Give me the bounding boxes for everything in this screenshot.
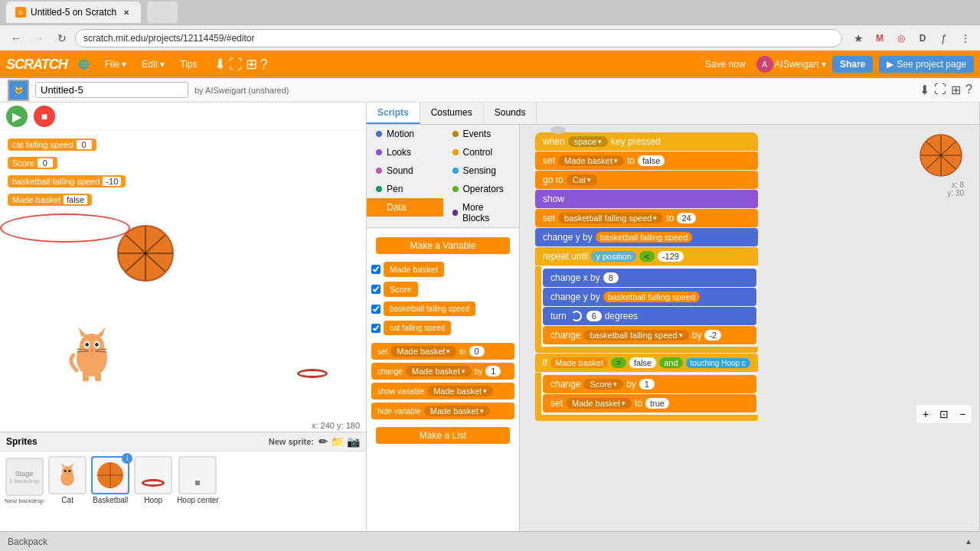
ext-icon2[interactable]: D (914, 30, 931, 47)
category-motion[interactable]: Motion (367, 125, 443, 143)
category-more-blocks[interactable]: More Blocks (443, 198, 520, 227)
zoom-out-button[interactable]: − (955, 406, 970, 422)
resize-icon[interactable]: ⊞ (246, 56, 257, 73)
tab-scripts[interactable]: Scripts (367, 103, 420, 124)
degrees-6-value[interactable]: 6 (586, 311, 602, 321)
show-block[interactable]: show (535, 190, 758, 208)
see-project-button[interactable]: ▶ See project page (879, 56, 974, 73)
change-y-block[interactable]: change y by basketball falling speed (535, 228, 758, 246)
category-data[interactable]: Data (367, 198, 443, 217)
basketball-speed-checkbox[interactable] (371, 305, 381, 314)
set-made-basket-block[interactable]: set Made basket to 0 (371, 343, 514, 360)
edit-menu[interactable]: Edit ▾ (137, 57, 169, 71)
basketball-sprite-item[interactable]: i Basketball (91, 456, 129, 504)
go-to-cat-block[interactable]: go to Cat (535, 171, 758, 189)
cat-speed-checkbox[interactable] (371, 324, 381, 333)
category-sound[interactable]: Sound (367, 161, 443, 180)
cat-sprite-thumb[interactable] (48, 456, 87, 494)
made-basket-dropdown1[interactable]: Made basket (558, 155, 624, 166)
download-icon[interactable]: ⬇ (214, 56, 226, 73)
hoop-sprite-thumb[interactable] (134, 456, 172, 494)
category-pen[interactable]: Pen (367, 180, 443, 198)
paint-new-sprite-icon[interactable]: ✏ (318, 435, 328, 448)
zoom-in-button[interactable]: + (918, 406, 933, 422)
change-score-block[interactable]: change Score by 1 (543, 375, 756, 393)
hoop-sprite[interactable] (297, 369, 328, 378)
backpack-bar[interactable]: Backpack ▲ (0, 531, 980, 551)
cat-speed-var-block[interactable]: cat falling speed (384, 321, 451, 335)
basketball-speed-dropdown2[interactable]: basketball falling speed (583, 330, 688, 341)
false-value[interactable]: false (638, 155, 665, 166)
set-basketball-speed-block[interactable]: set basketball falling speed to 24 (535, 209, 758, 227)
green-flag-button[interactable]: ▶ (6, 106, 28, 127)
set-var-dropdown[interactable]: Made basket (390, 346, 456, 357)
hide-variable-block[interactable]: hide variable Made basket (371, 403, 514, 419)
stage-thumb[interactable]: Stage 1 backdrop (5, 458, 44, 496)
score-block[interactable]: Score (384, 282, 418, 297)
change-made-basket-block[interactable]: change Made basket by 1 (371, 363, 514, 380)
set-made-basket-true-block[interactable]: set Made basket to true (543, 394, 756, 412)
basketball-speed-var-block[interactable]: basketball falling speed (384, 302, 475, 316)
make-list-button[interactable]: Make a List (376, 427, 510, 444)
change-val-input[interactable]: 1 (485, 366, 501, 377)
set-made-basket-false-block[interactable]: set Made basket to false (535, 152, 758, 170)
help-icon[interactable]: ? (260, 57, 268, 73)
scripts-workspace[interactable]: when space key pressed set Made basket t… (520, 125, 979, 531)
neg2-value[interactable]: -2 (704, 330, 721, 341)
category-sensing[interactable]: Sensing (443, 161, 520, 180)
change-var-dropdown[interactable]: Made basket (406, 366, 472, 377)
speed-24-value[interactable]: 24 (677, 213, 695, 223)
forward-button[interactable]: → (29, 28, 49, 48)
basketball-sprite[interactable] (115, 223, 176, 284)
category-control[interactable]: Control (443, 143, 520, 161)
bookmark-icon[interactable]: ★ (850, 30, 867, 47)
change-basketball-speed-block[interactable]: change basketball falling speed by -2 (543, 326, 756, 344)
show-var-dropdown[interactable]: Made basket (427, 386, 493, 396)
cat-sprite[interactable] (61, 324, 122, 386)
file-menu[interactable]: File ▾ (100, 57, 132, 71)
tab-sounds[interactable]: Sounds (484, 103, 537, 124)
category-events[interactable]: Events (443, 125, 520, 143)
score-dropdown[interactable]: Score (583, 379, 623, 390)
repeat-until-header[interactable]: repeat until y position < -129 (535, 247, 758, 266)
stop-button[interactable]: ■ (34, 106, 55, 127)
fullscreen-icon[interactable]: ⛶ (229, 57, 243, 73)
new-tab-button[interactable] (147, 2, 178, 23)
hide-var-dropdown[interactable]: Made basket (424, 406, 490, 416)
stage-sprite-item[interactable]: Stage 1 backdrop New backdrop (5, 458, 44, 504)
expand-icon[interactable]: ⛶ (934, 83, 946, 97)
help-project-icon[interactable]: ? (965, 83, 972, 97)
touching-block[interactable]: touching Hoop c (686, 358, 750, 368)
basketball-sprite-thumb[interactable]: i (91, 456, 129, 494)
show-variable-block[interactable]: show variable Made basket (371, 383, 514, 399)
hoop-center-thumb[interactable] (178, 456, 217, 494)
back-button[interactable]: ← (6, 28, 26, 48)
camera-icon[interactable]: 📷 (347, 435, 360, 448)
hat-block-when-space[interactable]: when space key pressed (535, 132, 758, 151)
hoop-center-sprite-item[interactable]: Hoop center (177, 456, 218, 504)
address-bar[interactable]: scratch.mit.edu/projects/12114459/#edito… (75, 29, 842, 47)
made-basket-checkbox[interactable] (371, 265, 381, 274)
fullscreen-icon2[interactable]: ⊞ (951, 83, 961, 97)
neg129-value[interactable]: -129 (658, 251, 684, 262)
ext-icon1[interactable]: ◎ (893, 30, 910, 47)
category-looks[interactable]: Looks (367, 143, 443, 161)
y-position-block[interactable]: y position (591, 251, 635, 262)
category-operators[interactable]: Operators (443, 180, 520, 198)
gmail-icon[interactable]: M (871, 30, 888, 47)
username-label[interactable]: AISweigart ▾ (775, 59, 826, 70)
key-dropdown[interactable]: space (568, 136, 608, 147)
tips-menu[interactable]: Tips (175, 57, 201, 71)
hoop-sprite-item[interactable]: Hoop (134, 456, 172, 504)
share-button[interactable]: Share (832, 56, 873, 73)
set-val-input[interactable]: 0 (469, 346, 485, 357)
made-basket-dropdown2[interactable]: Made basket (566, 398, 632, 409)
made-basket-block[interactable]: Made basket (384, 262, 444, 277)
project-name-input[interactable] (35, 82, 188, 98)
if-header[interactable]: if Made basket = false and touching Hoop… (535, 354, 758, 372)
score-1-value[interactable]: 1 (639, 379, 655, 390)
ext-icon3[interactable]: ƒ (936, 30, 952, 47)
download-project-icon[interactable]: ⬇ (920, 83, 929, 97)
x-8-value[interactable]: 8 (603, 272, 619, 283)
score-checkbox[interactable] (371, 285, 381, 294)
